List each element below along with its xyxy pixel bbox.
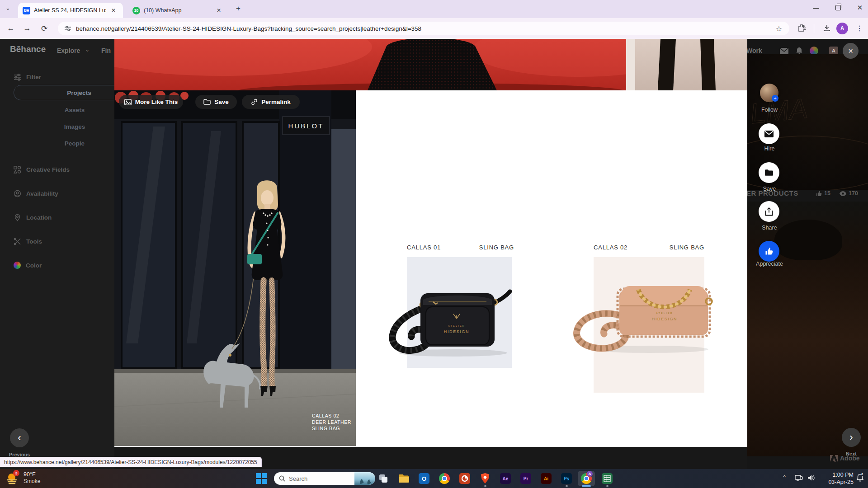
browser-tabstrip: ⌄ Bē Atelier SS 24, HIDESIGN Luxury ✕ 10… bbox=[0, 0, 868, 18]
extensions-puzzle-icon[interactable] bbox=[797, 23, 807, 33]
share-button[interactable] bbox=[759, 201, 779, 222]
start-button[interactable] bbox=[256, 473, 267, 484]
menu-kebab-icon[interactable]: ⋮ bbox=[854, 23, 864, 33]
location-pin-icon bbox=[14, 214, 21, 221]
folder-icon bbox=[764, 169, 774, 176]
running-dot-photoshop bbox=[566, 485, 568, 487]
profile-avatar[interactable]: A bbox=[836, 23, 848, 34]
toolbar-divider bbox=[814, 24, 814, 33]
powerpoint-icon[interactable] bbox=[459, 473, 470, 484]
filter-label: Filter bbox=[26, 74, 41, 80]
weather-haze-icon: 3 bbox=[5, 471, 19, 485]
link-icon bbox=[251, 99, 258, 105]
more-like-this-label: More Like This bbox=[135, 99, 178, 105]
hire-label: Hire bbox=[741, 145, 797, 152]
project-modal: HUBLOT bbox=[114, 39, 747, 447]
follow-plus-badge[interactable]: + bbox=[772, 95, 778, 102]
save-project-button[interactable] bbox=[759, 162, 779, 183]
chrome-icon[interactable] bbox=[439, 473, 450, 484]
tab-search-caret-icon[interactable]: ⌄ bbox=[5, 5, 10, 11]
bell-z-badge: z bbox=[861, 472, 863, 476]
nav-explore[interactable]: Explore bbox=[57, 47, 80, 54]
running-dot-brave bbox=[484, 485, 486, 487]
sidebar-item-availability[interactable]: Availability bbox=[14, 190, 58, 197]
restore-button[interactable] bbox=[828, 0, 848, 15]
hire-button[interactable] bbox=[759, 123, 779, 144]
save-button[interactable]: Save bbox=[195, 95, 237, 109]
adobe-logo-icon[interactable]: A bbox=[829, 47, 838, 55]
reload-button[interactable]: ⟳ bbox=[38, 22, 51, 35]
more-like-this-button[interactable]: More Like This bbox=[119, 95, 183, 109]
restore-icon bbox=[835, 5, 841, 10]
minimize-button[interactable]: — bbox=[806, 0, 826, 15]
status-bar-url: https://www.behance.net/gallery/21440653… bbox=[0, 457, 262, 467]
network-icon[interactable] bbox=[795, 474, 803, 482]
behance-logo[interactable]: Bēhance bbox=[10, 44, 46, 54]
product-2-image: ATELIER HIDESIGN bbox=[571, 263, 723, 355]
brave-icon[interactable] bbox=[480, 473, 491, 484]
clock[interactable]: 1:00 PM 03-Apr-25 bbox=[826, 471, 854, 486]
tray-chevron-up-icon[interactable]: ⌃ bbox=[782, 474, 787, 481]
desktop-screen: ⌄ Bē Atelier SS 24, HIDESIGN Luxury ✕ 10… bbox=[0, 0, 868, 488]
back-button[interactable]: ← bbox=[5, 22, 17, 35]
sidebar-item-creative-fields[interactable]: Creative Fields bbox=[14, 166, 70, 174]
sidebar-item-color[interactable]: Color bbox=[14, 262, 42, 269]
site-settings-icon[interactable] bbox=[64, 25, 71, 32]
product-name: CALLAS 02 bbox=[594, 244, 627, 251]
ae-label: Ae bbox=[503, 476, 509, 481]
notification-badge: 3 bbox=[13, 470, 19, 476]
bag-brand-top: ATELIER bbox=[448, 324, 465, 327]
weather-widget[interactable]: 3 90°F Smoke bbox=[5, 471, 40, 485]
nav-work-truncated[interactable]: Work bbox=[746, 47, 762, 54]
volume-icon[interactable] bbox=[807, 474, 815, 481]
next-label: Next bbox=[835, 451, 867, 456]
thumbs-up-icon bbox=[765, 247, 773, 255]
running-dot-excel bbox=[606, 485, 609, 487]
tab-behance[interactable]: Bē Atelier SS 24, HIDESIGN Luxury ✕ bbox=[18, 3, 123, 18]
close-window-button[interactable]: ✕ bbox=[850, 0, 868, 15]
address-bar[interactable]: behance.net/gallery/214406539/Atelier-SS… bbox=[58, 22, 789, 35]
photoshop-icon[interactable]: Ps bbox=[561, 473, 572, 484]
premiere-icon[interactable]: Pr bbox=[520, 473, 531, 484]
notifications-bell-icon[interactable] bbox=[796, 47, 803, 55]
messages-icon[interactable] bbox=[780, 48, 788, 54]
appreciate-label: Appreciate bbox=[741, 261, 797, 267]
dimmed-left-panel: Bēhance Explore ⌄ Fin Filter Projects As… bbox=[0, 39, 114, 469]
filter-header[interactable]: Filter bbox=[14, 73, 41, 81]
follow-label: Follow bbox=[741, 107, 797, 113]
illustrator-icon[interactable]: Ai bbox=[541, 473, 552, 484]
sidebar-item-location[interactable]: Location bbox=[14, 214, 52, 221]
browser-toolbar: ← → ⟳ behance.net/gallery/214406539/Atel… bbox=[0, 18, 868, 39]
search-box[interactable]: Search bbox=[274, 472, 375, 485]
chrome-active-icon[interactable]: A bbox=[581, 473, 592, 484]
sidebar-item-tools[interactable]: Tools bbox=[14, 238, 42, 245]
behance-favicon: Bē bbox=[23, 7, 30, 14]
outlook-icon[interactable]: O bbox=[419, 473, 429, 484]
bookmark-star-icon[interactable]: ☆ bbox=[776, 24, 782, 33]
close-modal-button[interactable]: ✕ bbox=[843, 43, 859, 59]
campaign-photo: HUBLOT bbox=[114, 90, 356, 446]
new-tab-button[interactable]: + bbox=[236, 4, 241, 13]
tab-close-icon[interactable]: ✕ bbox=[215, 7, 222, 14]
nav-find-truncated[interactable]: Fin bbox=[101, 47, 111, 54]
save-project-label: Save bbox=[741, 186, 797, 192]
forward-button[interactable]: → bbox=[21, 22, 33, 35]
appreciate-button[interactable] bbox=[759, 241, 779, 262]
notification-bell-icon[interactable]: z bbox=[856, 474, 864, 482]
download-icon[interactable] bbox=[822, 23, 832, 33]
color-wheel-icon bbox=[14, 262, 21, 269]
permalink-label: Permalink bbox=[261, 99, 291, 105]
file-explorer-icon[interactable] bbox=[398, 473, 409, 484]
next-module-button[interactable]: › bbox=[842, 428, 861, 447]
after-effects-icon[interactable]: Ae bbox=[500, 473, 511, 484]
tab-close-icon[interactable]: ✕ bbox=[110, 7, 117, 14]
tab-title: (10) WhatsApp bbox=[144, 7, 212, 14]
task-view-button[interactable] bbox=[378, 473, 389, 484]
excel-icon[interactable] bbox=[602, 473, 613, 484]
photo-caption-line1: CALLAS 02 bbox=[312, 413, 339, 418]
tab-whatsapp[interactable]: 10 (10) WhatsApp ✕ bbox=[128, 3, 228, 18]
background-photo-jacket bbox=[747, 202, 868, 456]
previous-module-button[interactable]: ‹ bbox=[10, 428, 29, 447]
permalink-button[interactable]: Permalink bbox=[242, 95, 300, 109]
search-highlight-image bbox=[354, 472, 375, 485]
